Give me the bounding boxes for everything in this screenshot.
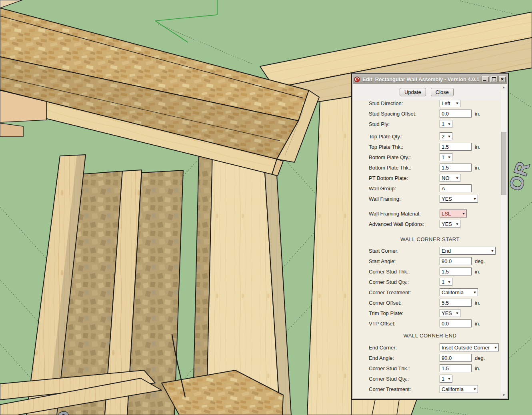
corner-treatment-value: California xyxy=(442,289,464,295)
maximize-icon xyxy=(492,77,496,81)
scrollbar-thumb[interactable] xyxy=(501,132,506,195)
scroll-down-arrow-icon[interactable]: ▼ xyxy=(500,392,507,398)
corner-stud-thk-input[interactable] xyxy=(440,267,472,275)
update-button[interactable]: Update xyxy=(400,88,426,96)
chevron-down-icon: ▼ xyxy=(447,280,451,284)
form-row: Top Plate Qty.:2▼ xyxy=(369,131,500,142)
pt-bottom-plate-value: NO xyxy=(442,175,450,181)
form-row: Stud Ply:1▼ xyxy=(369,119,500,129)
form-row: Corner Treatment:California▼ xyxy=(369,287,500,297)
scroll-up-arrow-icon[interactable]: ▲ xyxy=(500,84,507,90)
bottom-plate-qty-select[interactable]: 1▼ xyxy=(440,153,452,161)
app-icon xyxy=(354,76,360,82)
form-row: Corner Stud Thk.:in. xyxy=(369,266,500,277)
corner-treatment-value: California xyxy=(442,386,464,392)
chevron-down-icon: ▼ xyxy=(490,249,494,253)
chevron-down-icon: ▼ xyxy=(455,222,459,226)
form-row: Advanced Wall Options:YES▼ xyxy=(369,219,500,229)
vertical-scrollbar[interactable]: ▲ ▼ xyxy=(500,84,507,398)
chevron-down-icon: ▼ xyxy=(447,156,451,159)
end-angle-input[interactable] xyxy=(440,354,472,362)
chevron-down-icon: ▼ xyxy=(447,122,451,126)
vtp-offset-input[interactable] xyxy=(440,319,472,327)
bottom-plate-thk-input[interactable] xyxy=(440,164,472,172)
end-corner-select[interactable]: Inset Outside Corner▼ xyxy=(440,343,499,351)
vtp-offset-label: VTP Offset: xyxy=(369,321,440,327)
dialog-content: Update Close Stud Direction:Left▼Stud Sp… xyxy=(353,84,507,398)
close-icon: ✕ xyxy=(500,77,504,82)
form-row: Bottom Plate Qty.:1▼ xyxy=(369,152,500,162)
top-plate-qty-select[interactable]: 2▼ xyxy=(440,132,452,140)
form-row: Corner Stud Qty.:1▼ xyxy=(369,277,500,287)
corner-stud-qty-select[interactable]: 1▼ xyxy=(440,278,452,286)
start-corner-select[interactable]: End▼ xyxy=(440,247,496,255)
form-row: Corner Treatment:California▼ xyxy=(369,384,500,394)
unit-label: in. xyxy=(475,111,480,117)
wall-assembly-dialog: Edit Rectangular Wall Assembly - Version… xyxy=(351,73,509,400)
advanced-wall-options-select[interactable]: YES▼ xyxy=(440,220,460,228)
form-row: Wall Framing Material:LSL▼ xyxy=(369,208,500,219)
sketchup-window: 2 OR Edit Rectangular Wall Assembly - Ve… xyxy=(0,0,532,415)
form-row: Stud Direction:Left▼ xyxy=(369,100,500,108)
bottom-plate-qty-value: 1 xyxy=(442,154,444,160)
corner-stud-thk-input[interactable] xyxy=(440,364,472,372)
corner-stud-qty-value: 1 xyxy=(442,279,444,285)
corner-treatment-label: Corner Treatment: xyxy=(369,386,440,392)
end-corner-value: Inset Outside Corner xyxy=(442,345,490,351)
form-row: Trim Top Plate:YES▼ xyxy=(369,308,500,318)
form-row: VTP Offset:in. xyxy=(369,318,500,329)
wall-framing-select[interactable]: YES▼ xyxy=(440,195,478,203)
form-row: Wall Framing:YES▼ xyxy=(369,194,500,204)
start-angle-input[interactable] xyxy=(440,257,472,265)
corner-treatment-select[interactable]: California▼ xyxy=(440,385,478,393)
stud-spacing-offset-label: Stud Spacing Offset: xyxy=(369,111,440,117)
corner-stud-qty-label: Corner Stud Qty.: xyxy=(369,279,440,285)
corner-treatment-label: Corner Treatment: xyxy=(369,289,440,295)
form-row: End Angle:deg. xyxy=(369,353,500,363)
corner-stud-qty-label: Corner Stud Qty.: xyxy=(369,376,440,382)
form-row: Corner Stud Thk.:in. xyxy=(369,363,500,373)
top-plate-thk-input[interactable] xyxy=(440,143,472,151)
corner-stud-qty-value: 1 xyxy=(442,376,444,382)
stud-ply-select[interactable]: 1▼ xyxy=(440,120,452,128)
studs-below-dialog[interactable] xyxy=(351,399,417,415)
wall-framing-material-select[interactable]: LSL▼ xyxy=(440,209,467,217)
stud-direction-select[interactable]: Left▼ xyxy=(440,100,460,107)
stud-ply-label: Stud Ply: xyxy=(369,121,440,127)
form-row: Bottom Plate Thk.:in. xyxy=(369,162,500,173)
wall-framing-label: Wall Framing: xyxy=(369,196,440,202)
advanced-wall-options-value: YES xyxy=(442,221,452,227)
wall-framing-value: YES xyxy=(442,196,452,202)
chevron-down-icon: ▼ xyxy=(455,176,459,180)
maximize-button[interactable] xyxy=(490,76,498,82)
form-row: Corner Offset:in. xyxy=(369,297,500,308)
pt-bottom-plate-select[interactable]: NO▼ xyxy=(440,174,460,182)
top-plate-qty-value: 2 xyxy=(442,134,444,140)
end-angle-label: End Angle: xyxy=(369,355,440,361)
stud-spacing-offset-input[interactable] xyxy=(440,110,472,118)
corner-stud-thk-label: Corner Stud Thk.: xyxy=(369,365,440,371)
unit-label: in. xyxy=(475,365,480,371)
close-button[interactable]: Close xyxy=(431,88,454,96)
wall-group-input[interactable] xyxy=(440,184,472,192)
trim-top-plate-select[interactable]: YES▼ xyxy=(440,309,460,317)
wall-framing-material-label: Wall Framing Material: xyxy=(369,211,440,217)
corner-offset-input[interactable] xyxy=(440,299,472,307)
unit-label: in. xyxy=(475,300,480,306)
unit-label: in. xyxy=(475,269,480,275)
wall-framing-material-value: LSL xyxy=(442,211,451,217)
unit-label: deg. xyxy=(475,258,485,264)
close-window-button[interactable]: ✕ xyxy=(498,76,506,82)
dialog-title: Edit Rectangular Wall Assembly - Version… xyxy=(362,76,481,82)
dialog-title-bar[interactable]: Edit Rectangular Wall Assembly - Version… xyxy=(353,74,507,84)
start-corner-value: End xyxy=(442,248,451,254)
corner-stud-thk-label: Corner Stud Thk.: xyxy=(369,269,440,275)
chevron-down-icon: ▼ xyxy=(473,291,477,294)
corner-stud-qty-select[interactable]: 1▼ xyxy=(440,375,452,383)
minimize-button[interactable] xyxy=(482,76,489,82)
bottom-plate-qty-label: Bottom Plate Qty.: xyxy=(369,154,440,160)
chevron-down-icon: ▼ xyxy=(447,377,451,381)
chevron-down-icon: ▼ xyxy=(455,311,459,315)
corner-treatment-select[interactable]: California▼ xyxy=(440,288,478,296)
stud-direction-value: Left xyxy=(442,100,450,106)
